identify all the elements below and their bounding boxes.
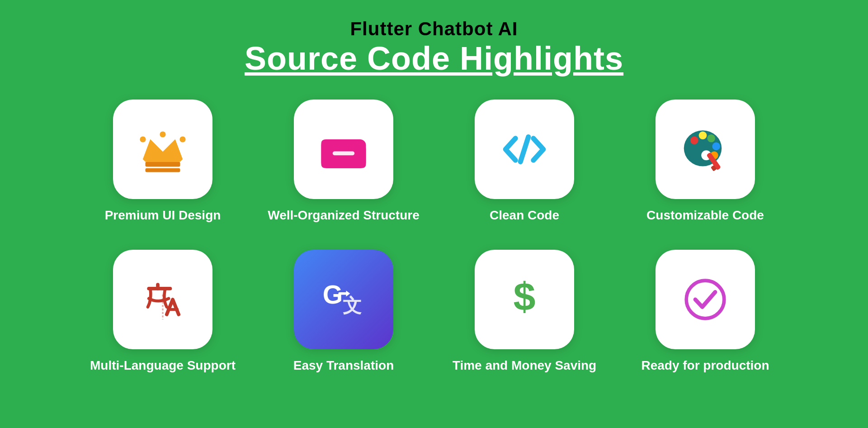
svg-point-3 <box>160 131 165 137</box>
page-title: Source Code Highlights <box>245 40 623 77</box>
svg-text:文: 文 <box>343 295 362 316</box>
icon-box-ready-production <box>656 250 755 349</box>
folder-icon <box>319 124 368 174</box>
feature-premium-ui: Premium UI Design <box>99 100 226 223</box>
feature-easy-translation: G 文 Easy Translation <box>280 250 407 373</box>
palette-icon <box>680 124 730 174</box>
dollar-icon: $ <box>500 275 549 324</box>
svg-marker-1 <box>143 139 183 162</box>
check-circle-icon <box>680 275 730 324</box>
icon-box-well-organized <box>294 100 393 199</box>
svg-rect-6 <box>146 168 180 172</box>
svg-line-9 <box>520 137 528 162</box>
label-clean-code: Clean Code <box>490 208 559 223</box>
icon-box-easy-translation: G 文 <box>294 250 393 349</box>
svg-text:$: $ <box>514 275 536 319</box>
translate-icon <box>138 275 188 324</box>
label-ready-production: Ready for production <box>641 358 769 373</box>
page-subtitle: Flutter Chatbot AI <box>245 18 623 40</box>
svg-point-4 <box>179 136 185 142</box>
label-customizable-code: Customizable Code <box>646 208 764 223</box>
svg-point-2 <box>140 136 146 142</box>
feature-time-money: $ Time and Money Saving <box>461 250 588 373</box>
google-translate-icon: G 文 <box>319 275 368 324</box>
label-multi-language: Multi-Language Support <box>90 358 236 373</box>
svg-point-13 <box>699 131 707 139</box>
icon-box-customizable-code <box>656 100 755 199</box>
features-grid: Premium UI Design Well-Organized Structu… <box>99 100 769 373</box>
feature-customizable-code: Customizable Code <box>642 100 769 223</box>
label-premium-ui: Premium UI Design <box>105 208 221 223</box>
icon-box-premium-ui <box>113 100 212 199</box>
icon-box-multi-language <box>113 250 212 349</box>
svg-point-12 <box>690 136 698 144</box>
svg-rect-5 <box>146 162 180 167</box>
page-header: Flutter Chatbot AI Source Code Highlight… <box>245 18 623 77</box>
icon-box-clean-code <box>475 100 574 199</box>
svg-point-28 <box>686 281 724 319</box>
feature-clean-code: Clean Code <box>461 100 588 223</box>
label-easy-translation: Easy Translation <box>293 358 394 373</box>
icon-box-time-money: $ <box>475 250 574 349</box>
svg-point-15 <box>712 143 720 151</box>
feature-multi-language: Multi-Language Support <box>99 250 226 373</box>
label-well-organized: Well-Organized Structure <box>268 208 420 223</box>
svg-rect-8 <box>333 151 354 155</box>
svg-point-14 <box>707 134 715 143</box>
label-time-money: Time and Money Saving <box>453 358 596 373</box>
feature-well-organized: Well-Organized Structure <box>280 100 407 223</box>
code-icon <box>500 124 549 174</box>
crown-icon <box>138 124 188 174</box>
feature-ready-production: Ready for production <box>642 250 769 373</box>
